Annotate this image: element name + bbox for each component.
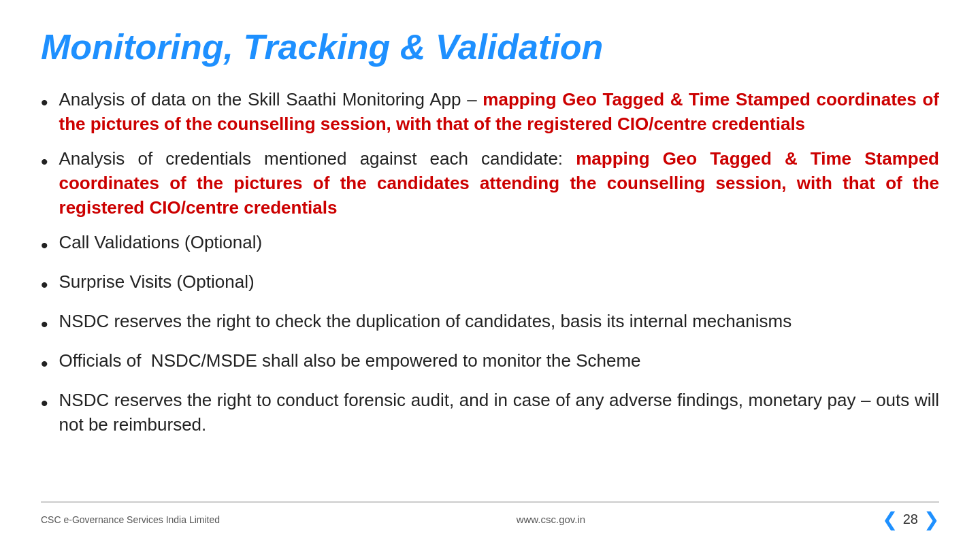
bullet-dot-2: • xyxy=(41,148,48,176)
bullet-item-1: • Analysis of data on the Skill Saathi M… xyxy=(41,87,939,137)
bullet-list: • Analysis of data on the Skill Saathi M… xyxy=(41,87,939,447)
slide-title: Monitoring, Tracking & Validation xyxy=(41,27,939,68)
bullet-text-4: Surprise Visits (Optional) xyxy=(59,269,939,294)
highlight-1: mapping Geo Tagged & Time Stamped coordi… xyxy=(59,89,939,134)
bullet-text-5: NSDC reserves the right to check the dup… xyxy=(59,309,939,333)
bullet-dot-6: • xyxy=(41,350,48,378)
bullet-item-2: • Analysis of credentials mentioned agai… xyxy=(41,146,939,220)
slide: Monitoring, Tracking & Validation • Anal… xyxy=(0,0,980,551)
bullet-dot-7: • xyxy=(41,389,48,418)
bullet-text-1: Analysis of data on the Skill Saathi Mon… xyxy=(59,87,939,137)
footer-left: CSC e-Governance Services India Limited xyxy=(41,514,220,525)
footer-nav: ❮ 28 ❯ xyxy=(882,508,939,531)
bullet-item-5: • NSDC reserves the right to check the d… xyxy=(41,309,939,339)
bullet-item-7: • NSDC reserves the right to conduct for… xyxy=(41,388,939,437)
bullet-text-2: Analysis of credentials mentioned agains… xyxy=(59,146,939,220)
content-area: • Analysis of data on the Skill Saathi M… xyxy=(41,87,939,495)
page-number: 28 xyxy=(903,512,918,527)
bullet-item-3: • Call Validations (Optional) xyxy=(41,230,939,260)
highlight-2: mapping Geo Tagged & Time Stamped coordi… xyxy=(59,148,939,218)
bullet-text-3: Call Validations (Optional) xyxy=(59,230,939,254)
bullet-item-4: • Surprise Visits (Optional) xyxy=(41,269,939,299)
bullet-dot-5: • xyxy=(41,310,48,339)
footer-center: www.csc.gov.in xyxy=(517,514,585,525)
prev-arrow[interactable]: ❮ xyxy=(882,508,898,531)
bullet-text-6: Officials of NSDC/MSDE shall also be emp… xyxy=(59,348,939,373)
footer: CSC e-Governance Services India Limited … xyxy=(41,501,939,531)
next-arrow[interactable]: ❯ xyxy=(924,508,939,531)
bullet-item-6: • Officials of NSDC/MSDE shall also be e… xyxy=(41,348,939,378)
bullet-dot-4: • xyxy=(41,271,48,299)
bullet-text-7: NSDC reserves the right to conduct foren… xyxy=(59,388,939,437)
bullet-dot-3: • xyxy=(41,231,48,260)
bullet-dot-1: • xyxy=(41,88,48,117)
